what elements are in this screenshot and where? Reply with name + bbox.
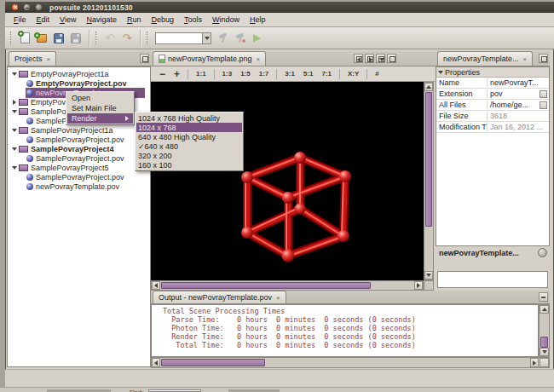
undo-button[interactable]: ↶ bbox=[101, 30, 118, 47]
image-vertical-scrollbar[interactable] bbox=[424, 82, 434, 280]
property-row-all-files[interactable]: All Files /home/ge... bbox=[436, 100, 549, 111]
tab-close-icon[interactable]: × bbox=[257, 55, 261, 63]
resize-grip[interactable] bbox=[540, 358, 549, 367]
zoom-xy-button[interactable]: X:Y bbox=[344, 69, 362, 78]
tree-item-project[interactable]: SamplePovrayProject4 bbox=[8, 144, 150, 153]
menu-file[interactable]: File bbox=[9, 13, 32, 26]
scroll-up-button[interactable] bbox=[424, 83, 433, 91]
zoom-5-1-button[interactable]: 5:1 bbox=[300, 69, 317, 78]
rebuild-button[interactable] bbox=[231, 30, 248, 47]
tree-item-file[interactable]: newPovrayTemplate.pov bbox=[8, 182, 150, 191]
zoom-in-button[interactable]: + bbox=[170, 68, 183, 80]
field-button[interactable] bbox=[540, 90, 547, 98]
submenu-640x480-checked[interactable]: ✓640 x 480 bbox=[136, 141, 242, 151]
tab-list-button[interactable] bbox=[376, 54, 385, 63]
scroll-right-button[interactable] bbox=[414, 281, 423, 290]
tab-projects[interactable]: Projects × bbox=[9, 51, 56, 66]
tree-item-project[interactable]: SamplePovrayProject5 bbox=[8, 163, 150, 172]
run-button[interactable] bbox=[248, 30, 265, 47]
projects-minimize-button[interactable] bbox=[140, 54, 149, 63]
new-file-button[interactable] bbox=[16, 30, 33, 47]
properties-section-header[interactable]: Properties bbox=[436, 67, 549, 78]
info-circle-button[interactable] bbox=[538, 248, 547, 257]
output-console[interactable]: Total Scene Processing Times Parse Time:… bbox=[151, 304, 539, 357]
combobox-dropdown-button[interactable] bbox=[202, 33, 211, 43]
tree-item-project[interactable]: SamplePovrayProject1a bbox=[8, 125, 150, 135]
property-row-file-size[interactable]: File Size 3618 bbox=[436, 111, 549, 122]
submenu-1024x768-hq[interactable]: 1024 x 768 High Quality bbox=[136, 113, 242, 123]
scrollbar-thumb[interactable] bbox=[540, 337, 548, 348]
save-all-button[interactable] bbox=[67, 30, 84, 47]
zoom-3-1-button[interactable]: 3:1 bbox=[281, 69, 298, 78]
zoom-1-7-button[interactable]: 1:7 bbox=[256, 69, 273, 78]
output-horizontal-scrollbar[interactable] bbox=[151, 357, 550, 368]
scrollbar-thumb[interactable] bbox=[161, 359, 265, 366]
tab-close-icon[interactable]: × bbox=[47, 55, 51, 63]
submenu-320x200[interactable]: 320 x 200 bbox=[136, 151, 242, 160]
scroll-right-button[interactable] bbox=[530, 358, 539, 367]
tab-scroll-left-button[interactable] bbox=[354, 54, 363, 63]
context-menu-set-main-file[interactable]: Set Main File bbox=[67, 103, 133, 113]
menu-tools[interactable]: Tools bbox=[179, 13, 207, 26]
tree-item-file[interactable]: SamplePovrayProject.pov bbox=[8, 172, 150, 182]
submenu-1024x768[interactable]: 1024 x 768 bbox=[136, 123, 242, 132]
output-minimize-button[interactable] bbox=[539, 292, 548, 302]
menu-view[interactable]: View bbox=[55, 13, 81, 26]
zoom-7-1-button[interactable]: 7:1 bbox=[318, 69, 335, 78]
save-button[interactable] bbox=[50, 30, 67, 47]
toolbar-grip[interactable] bbox=[10, 32, 13, 45]
editor-maximize-button[interactable] bbox=[387, 54, 396, 63]
menu-navigate[interactable]: Navigate bbox=[81, 13, 122, 26]
zoom-1-5-button[interactable]: 1:5 bbox=[237, 69, 254, 78]
image-horizontal-scrollbar[interactable] bbox=[151, 280, 424, 291]
scroll-down-button[interactable] bbox=[424, 271, 433, 280]
scrollbar-thumb[interactable] bbox=[161, 282, 371, 289]
properties-minimize-button[interactable] bbox=[539, 54, 548, 63]
property-row-name[interactable]: Name newPovrayT... bbox=[436, 78, 549, 89]
tree-item-file[interactable]: SamplePovrayProject.pov bbox=[8, 153, 150, 163]
redo-button[interactable]: ↷ bbox=[118, 30, 136, 47]
expander-expanded-icon[interactable] bbox=[12, 110, 17, 113]
context-menu-render[interactable]: Render bbox=[67, 113, 133, 124]
new-project-button[interactable] bbox=[33, 30, 50, 47]
configuration-combobox[interactable] bbox=[155, 32, 211, 44]
submenu-160x100[interactable]: 160 x 100 bbox=[136, 160, 242, 170]
tab-output[interactable]: Output - newPovrayTemplate.pov × bbox=[153, 291, 286, 303]
build-button[interactable] bbox=[214, 30, 231, 47]
submenu-640x480-hq[interactable]: 640 x 480 High Quality bbox=[136, 132, 242, 141]
zoom-1-3-button[interactable]: 1:3 bbox=[219, 69, 236, 78]
tab-image-view[interactable]: newPovrayTemplate.png × bbox=[153, 51, 266, 66]
toolbar-grip[interactable] bbox=[95, 32, 98, 45]
window-maximize-button[interactable] bbox=[35, 3, 43, 11]
zoom-1-1-button[interactable]: 1:1 bbox=[193, 69, 210, 78]
scrollbar-thumb[interactable] bbox=[425, 92, 432, 227]
scroll-down-button[interactable] bbox=[540, 348, 549, 356]
tree-item-file[interactable]: EmptyPovrayProject.pov bbox=[8, 78, 150, 88]
menu-edit[interactable]: Edit bbox=[32, 13, 55, 26]
window-close-button[interactable] bbox=[11, 3, 19, 11]
menu-run[interactable]: Run bbox=[122, 13, 147, 26]
tree-item-file[interactable]: SamplePovrayProject.pov bbox=[8, 135, 150, 144]
window-minimize-button[interactable] bbox=[23, 3, 31, 11]
scroll-left-button[interactable] bbox=[152, 358, 160, 367]
tab-properties[interactable]: newPovrayTemplate.... × bbox=[437, 51, 533, 66]
expander-expanded-icon[interactable] bbox=[12, 72, 17, 76]
menu-debug[interactable]: Debug bbox=[146, 13, 179, 26]
field-button[interactable] bbox=[540, 101, 547, 109]
expander-collapsed-icon[interactable] bbox=[13, 100, 16, 105]
tab-close-icon[interactable]: × bbox=[276, 294, 280, 302]
expander-expanded-icon[interactable] bbox=[12, 147, 17, 151]
zoom-grid-button[interactable]: # bbox=[372, 69, 382, 78]
scroll-up-button[interactable] bbox=[540, 305, 549, 314]
tree-item-project[interactable]: EmptyPovrayProject1a bbox=[8, 69, 150, 78]
property-row-extension[interactable]: Extension pov bbox=[436, 89, 549, 100]
menu-window[interactable]: Window bbox=[207, 13, 245, 26]
zoom-out-button[interactable]: − bbox=[156, 68, 169, 80]
toolbar-grip[interactable] bbox=[147, 32, 149, 45]
tab-scroll-right-button[interactable] bbox=[365, 54, 374, 63]
expander-expanded-icon[interactable] bbox=[12, 166, 17, 170]
context-menu-open[interactable]: Open bbox=[67, 93, 133, 103]
tab-close-icon[interactable]: × bbox=[522, 55, 527, 63]
property-row-modification-time[interactable]: Modification Tir Jan 16, 2012 ... bbox=[436, 122, 549, 133]
expander-expanded-icon[interactable] bbox=[12, 129, 17, 132]
